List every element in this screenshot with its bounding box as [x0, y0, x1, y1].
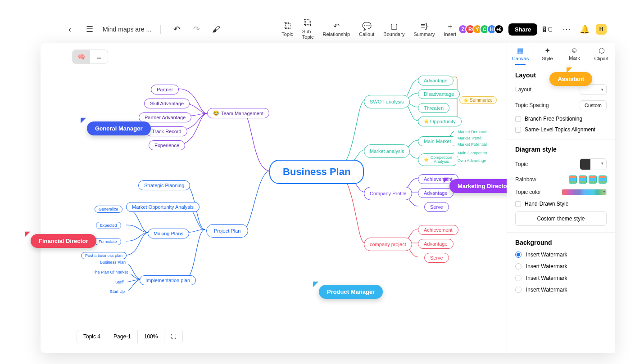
- zoom-level[interactable]: 100%: [138, 330, 165, 343]
- cursor-pointer-icon: ◤: [25, 229, 30, 238]
- node-strategic[interactable]: Strategic Planning: [138, 180, 190, 190]
- bg-option-4[interactable]: Insert Watermark: [515, 287, 607, 293]
- tab-canvas[interactable]: ▦Canvas: [507, 43, 534, 65]
- tab-style[interactable]: ✦Style: [534, 43, 561, 65]
- node-oa[interactable]: Own Advantage: [454, 157, 490, 164]
- node-opp[interactable]: ⭐Opportunity: [418, 117, 462, 126]
- node-profile[interactable]: Company Profile: [364, 187, 412, 200]
- tool-boundary[interactable]: ▢Boundary: [379, 22, 409, 37]
- checkbox-label: Branch Free Positioning: [525, 116, 582, 122]
- node-partner[interactable]: Partner: [151, 85, 179, 94]
- format-painter-icon[interactable]: 🖌: [209, 22, 223, 36]
- tab-mark[interactable]: ☺Mark: [561, 43, 588, 65]
- fullscreen-icon[interactable]: ⛶: [164, 330, 182, 343]
- node-thr[interactable]: Threaten: [418, 103, 449, 113]
- insert-icon: ＋: [446, 22, 454, 31]
- node-comp[interactable]: ⭐Competition Analysis: [418, 153, 458, 166]
- subtopic-icon: ⿻: [304, 19, 312, 28]
- node-impl[interactable]: Implementation plan: [140, 275, 196, 285]
- style-tab-icon: ✦: [544, 46, 550, 55]
- radio-icon: [515, 263, 522, 270]
- node-srv1[interactable]: Serve: [424, 202, 449, 212]
- root-node[interactable]: Business Plan: [269, 160, 364, 184]
- topic-icon: ⿻: [284, 22, 291, 31]
- section-title: Diagram style: [515, 146, 607, 153]
- right-properties-panel: ▦Canvas ✦Style ☺Mark ⬡Clipart Layout Lay…: [507, 43, 615, 353]
- collaborator-avatars[interactable]: ZRYCH+6: [461, 24, 504, 34]
- node-post[interactable]: Post a business plan: [81, 252, 127, 259]
- avatar-more-count[interactable]: +6: [494, 24, 504, 34]
- link-icon[interactable]: �០: [542, 22, 555, 36]
- topic-count[interactable]: Topic 4: [77, 330, 107, 343]
- page-indicator[interactable]: Page-1: [107, 330, 138, 343]
- tool-callout[interactable]: 💬Callout: [354, 22, 379, 37]
- menu-icon[interactable]: ☰: [83, 22, 96, 36]
- tab-label: Clipart: [594, 56, 609, 61]
- node-bplan[interactable]: Business Plan: [96, 259, 129, 265]
- node-ach2[interactable]: Achievement: [418, 225, 458, 235]
- rainbow-opt-4[interactable]: [599, 175, 607, 184]
- view-toggle[interactable]: 🧠 ≣: [72, 49, 108, 64]
- tool-insert[interactable]: ＋Insert: [439, 22, 461, 37]
- bg-option-1[interactable]: Insert Watermark: [515, 252, 607, 258]
- tab-clipart[interactable]: ⬡Clipart: [588, 43, 615, 65]
- tool-topic[interactable]: ⿻Topic: [277, 22, 298, 37]
- node-gen[interactable]: Generalize: [95, 206, 122, 213]
- tool-relationship[interactable]: ↶Relationship: [318, 22, 355, 37]
- undo-icon[interactable]: ↶: [170, 22, 183, 36]
- summary-badge[interactable]: Summarize: [459, 96, 497, 104]
- node-form[interactable]: Formulate: [95, 238, 121, 245]
- topic-style-select[interactable]: [580, 158, 607, 170]
- spacing-select[interactable]: Custom: [580, 100, 607, 110]
- node-startup[interactable]: Start Up: [106, 288, 128, 295]
- node-planmarket[interactable]: The Plan Of Market: [89, 269, 132, 275]
- node-exp[interactable]: Experience: [149, 140, 185, 150]
- node-cproject[interactable]: company project: [364, 238, 412, 251]
- rainbow-opt-3[interactable]: [589, 175, 597, 184]
- bg-option-3[interactable]: Insert Watermark: [515, 275, 607, 281]
- node-label: Team Management: [221, 111, 263, 116]
- same-level-checkbox[interactable]: Same-Level Topics Alignment: [515, 126, 607, 133]
- node-staff[interactable]: Staff: [112, 279, 127, 285]
- node-mainmarket[interactable]: Main Market: [418, 136, 457, 146]
- user-avatar[interactable]: H: [596, 24, 607, 35]
- node-making[interactable]: Making Plans: [148, 229, 189, 238]
- rainbow-opt-2[interactable]: [579, 175, 587, 184]
- view-outline-icon[interactable]: ≣: [90, 50, 108, 63]
- node-adv[interactable]: Advantage: [418, 76, 454, 85]
- redo-icon[interactable]: ↷: [190, 22, 203, 36]
- node-market[interactable]: Market analysis: [364, 144, 410, 158]
- branch-free-checkbox[interactable]: Branch Free Positioning: [515, 116, 607, 122]
- hand-drawn-checkbox[interactable]: Hand-Drawn Style: [515, 201, 607, 207]
- node-mp[interactable]: Market Potential: [454, 141, 490, 148]
- node-adv2[interactable]: Advantage: [418, 188, 454, 198]
- topic-color-select[interactable]: [562, 189, 607, 195]
- node-exp2[interactable]: Expected: [96, 222, 121, 229]
- tool-label: Callout: [359, 31, 374, 37]
- bg-option-2[interactable]: Insert Watermark: [515, 263, 607, 270]
- bell-icon[interactable]: 🔔: [578, 22, 591, 36]
- node-skill[interactable]: Skill Advantage: [144, 99, 190, 108]
- more-icon[interactable]: ⋯: [560, 22, 573, 36]
- tool-subtopic[interactable]: ⿻Sub Topic: [298, 19, 318, 40]
- node-team-management[interactable]: 😂Team Management: [207, 108, 269, 118]
- view-mindmap-icon[interactable]: 🧠: [73, 50, 90, 63]
- custom-theme-button[interactable]: Costom theme style: [515, 211, 607, 226]
- radio-label: Insert Watermark: [526, 275, 567, 281]
- document-title[interactable]: Mind maps are ...: [103, 26, 151, 33]
- share-button[interactable]: Share: [508, 23, 537, 36]
- rainbow-opt-1[interactable]: [569, 175, 577, 184]
- node-padv[interactable]: Partner Advantage: [139, 112, 191, 122]
- tool-summary[interactable]: ≡}Summary: [409, 22, 439, 37]
- node-project-plan[interactable]: Project Plan: [206, 224, 248, 238]
- node-dis[interactable]: Disadvantage: [418, 89, 460, 99]
- node-track[interactable]: Track Record: [146, 126, 187, 136]
- node-mopp[interactable]: Market Opportunity Analysis: [126, 202, 200, 212]
- node-mc[interactable]: Main Competitor: [454, 150, 491, 156]
- back-icon[interactable]: ‹: [63, 22, 77, 36]
- node-md[interactable]: Market Demand: [454, 129, 490, 135]
- node-mt[interactable]: Market Trend: [454, 135, 485, 141]
- node-swot[interactable]: SWOT analysis: [364, 95, 410, 108]
- node-srv2[interactable]: Serve: [424, 253, 449, 263]
- node-adv3[interactable]: Advantage: [418, 239, 454, 249]
